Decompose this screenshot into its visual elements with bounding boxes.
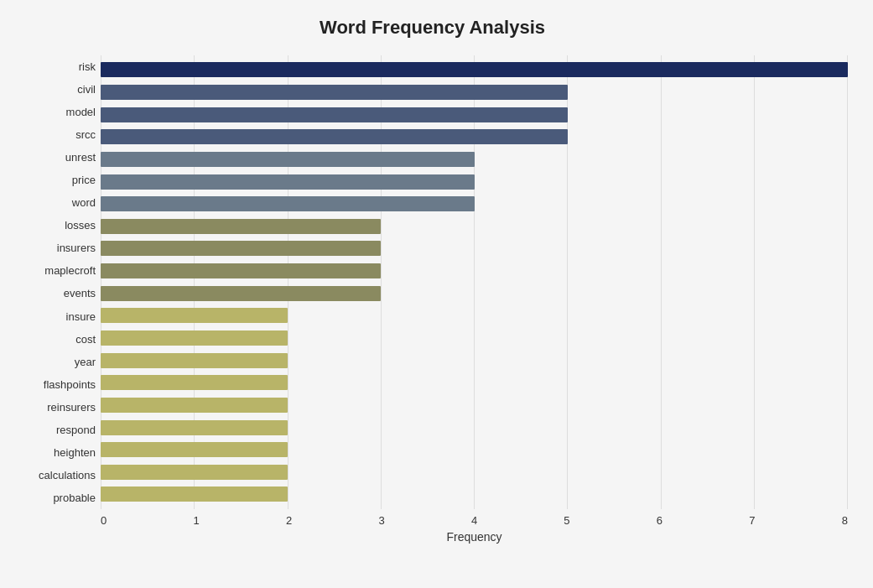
grid-and-bars: [101, 55, 848, 509]
y-label: model: [17, 107, 96, 117]
x-axis: 012345678: [101, 509, 848, 527]
y-label: year: [17, 356, 96, 367]
y-label: respond: [17, 424, 96, 435]
bar-row: [101, 127, 848, 146]
bar-row: [101, 239, 848, 258]
y-label: insurers: [17, 242, 96, 253]
y-labels: riskcivilmodelsrccunrestpricewordlossesi…: [17, 55, 101, 509]
bars-wrapper: [101, 55, 848, 509]
x-axis-label: 0: [101, 514, 107, 527]
bar-row: [101, 284, 848, 303]
x-axis-label: 7: [749, 514, 755, 527]
bar: [101, 465, 288, 480]
x-axis-label: 5: [564, 514, 569, 527]
bar: [101, 219, 381, 234]
bar-row: [101, 463, 848, 481]
bar-row: [101, 306, 848, 325]
bar: [101, 398, 288, 413]
y-label: insure: [17, 311, 96, 322]
bar: [101, 152, 475, 167]
bar-row: [101, 351, 848, 370]
y-label: maplecroft: [17, 265, 96, 276]
x-axis-label: 4: [471, 514, 477, 527]
bar-row: [101, 106, 848, 124]
y-label: cost: [17, 334, 96, 345]
y-label: flashpoints: [17, 379, 96, 390]
bar: [101, 196, 475, 211]
bar: [101, 241, 381, 256]
x-axis-title: Frequency: [101, 530, 848, 544]
y-label: civil: [17, 84, 96, 95]
x-axis-label: 3: [378, 514, 384, 527]
y-label: word: [17, 197, 96, 208]
chart-container: Word Frequency Analysis riskcivilmodelsr…: [0, 0, 873, 588]
bar-row: [101, 440, 848, 459]
x-axis-label: 8: [842, 514, 848, 527]
bar-row: [101, 83, 848, 101]
bar-row: [101, 262, 848, 280]
y-label: reinsurers: [17, 402, 96, 413]
bar-row: [101, 150, 848, 169]
bar: [101, 442, 288, 457]
chart-title: Word Frequency Analysis: [17, 17, 848, 39]
bar-row: [101, 60, 848, 79]
bar-row: [101, 195, 848, 213]
y-label: heighten: [17, 447, 96, 458]
bar-row: [101, 485, 848, 503]
bar: [101, 286, 381, 301]
y-label: srcc: [17, 129, 96, 140]
bar: [101, 263, 381, 278]
bar: [101, 174, 475, 190]
y-label: losses: [17, 220, 96, 231]
chart-area: riskcivilmodelsrccunrestpricewordlossesi…: [17, 55, 848, 509]
bar-row: [101, 217, 848, 236]
bar: [101, 420, 288, 435]
bar: [101, 330, 288, 346]
y-label: calculations: [17, 470, 96, 481]
bar-row: [101, 329, 848, 347]
bar: [101, 353, 288, 368]
x-axis-label: 1: [193, 514, 199, 527]
bar: [101, 129, 568, 144]
y-label: events: [17, 288, 96, 299]
x-axis-area: 012345678 Frequency: [101, 509, 848, 544]
y-label: probable: [17, 492, 96, 503]
bar: [101, 62, 848, 77]
y-label: price: [17, 174, 96, 185]
bar: [101, 308, 288, 323]
bar-row: [101, 419, 848, 437]
bar-row: [101, 396, 848, 414]
bar-row: [101, 173, 848, 191]
bar: [101, 85, 568, 100]
x-axis-label: 2: [286, 514, 292, 527]
bar: [101, 487, 288, 502]
bar: [101, 375, 288, 390]
bar: [101, 107, 568, 122]
y-label: risk: [17, 61, 96, 72]
x-axis-label: 6: [657, 514, 663, 527]
bar-row: [101, 373, 848, 392]
y-label: unrest: [17, 152, 96, 163]
bars-and-grid: [101, 55, 848, 509]
